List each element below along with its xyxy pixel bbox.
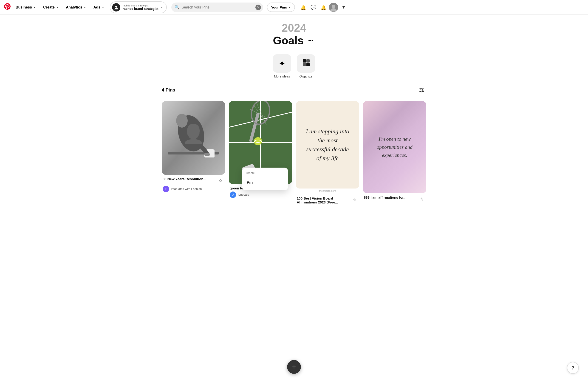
account-name-text: rachde brand strategist xyxy=(123,7,158,11)
quote-text-2: I'm open to new opportunities and experi… xyxy=(363,126,426,169)
quote-text-1: I am stepping into the most successful d… xyxy=(296,118,359,172)
board-title-row: Goals ••• xyxy=(162,34,426,47)
search-container: 🔍 ✕ xyxy=(171,2,263,12)
more-ideas-label: More ideas xyxy=(274,74,290,78)
svg-point-19 xyxy=(176,114,188,128)
pin-save-button-3[interactable]: ☆ xyxy=(351,196,358,204)
board-actions: ✦ More ideas Organize xyxy=(162,54,426,78)
account-avatar xyxy=(112,3,120,11)
svg-point-31 xyxy=(254,137,262,145)
pin-image-wrap-4: I'm open to new opportunities and experi… xyxy=(363,101,426,193)
pin-title-row-1: 30 New Years Resolution... ☆ xyxy=(163,177,224,184)
account-small-text: rachde brand strategist xyxy=(123,4,158,7)
pin-image-wrap-3: I am stepping into the most successful d… xyxy=(296,101,359,194)
pin-meta-1: 30 New Years Resolution... ☆ IF Infatuat… xyxy=(162,175,225,193)
svg-point-2 xyxy=(332,5,335,8)
board-year: 2024 xyxy=(162,22,426,34)
more-ideas-action[interactable]: ✦ More ideas xyxy=(273,54,291,78)
create-label: Create xyxy=(43,5,55,9)
pin-author-avatar-2: J xyxy=(230,191,236,198)
organize-label: Organize xyxy=(299,74,313,78)
your-pins-button[interactable]: Your Pins ▼ xyxy=(267,2,295,12)
notifications-bell-button[interactable]: 🔔 xyxy=(299,3,308,12)
pin-author-name-1: Infatuated with Fashion xyxy=(171,187,202,191)
search-icon: 🔍 xyxy=(175,5,180,10)
help-button[interactable]: ? xyxy=(567,362,579,374)
fab-plus-icon: + xyxy=(292,363,296,371)
pin-title-1: 30 New Years Resolution... xyxy=(163,177,217,181)
account-text: rachde brand strategist rachde brand str… xyxy=(123,4,158,11)
quote-source: thechiclife.com xyxy=(296,188,359,194)
analytics-label: Analytics xyxy=(66,5,82,9)
svg-rect-5 xyxy=(303,63,306,66)
pin-image-3: I am stepping into the most successful d… xyxy=(296,101,359,188)
fab-add-button[interactable]: + xyxy=(287,360,301,374)
svg-point-12 xyxy=(421,91,422,92)
svg-point-11 xyxy=(422,90,423,90)
pin-image-1 xyxy=(162,101,225,175)
create-menu-button[interactable]: Create ▼ xyxy=(41,3,61,11)
your-pins-label: Your Pins xyxy=(271,5,287,9)
nav-icons: 🔔 💬 🔔 ▼ xyxy=(299,3,348,12)
pin-author-avatar-1: IF xyxy=(163,186,169,192)
analytics-chevron-icon: ▼ xyxy=(84,6,86,9)
pin-card-1[interactable]: 30 New Years Resolution... ☆ IF Infatuat… xyxy=(162,101,225,193)
ads-chevron-icon: ▼ xyxy=(102,6,104,9)
svg-rect-4 xyxy=(306,59,310,63)
svg-point-20 xyxy=(204,153,210,156)
filter-icon xyxy=(419,88,424,93)
ads-label: Ads xyxy=(93,5,100,9)
organize-button[interactable] xyxy=(297,54,315,73)
pins-header: 4 Pins xyxy=(162,86,426,97)
svg-rect-14 xyxy=(162,101,225,175)
pinterest-logo[interactable] xyxy=(4,3,11,12)
pin-card-2[interactable]: green tennis aesthetic J jenesais Create… xyxy=(229,101,292,199)
pin-card-4[interactable]: I'm open to new opportunities and experi… xyxy=(363,101,426,204)
pin-author-2: J jenesais xyxy=(230,191,291,198)
profile-avatar[interactable] xyxy=(329,3,338,12)
business-label: Business xyxy=(16,5,32,9)
pin-author-name-2: jenesais xyxy=(238,193,249,196)
pin-meta-4: 888 I am affirmations for... ☆ xyxy=(363,193,426,204)
svg-rect-3 xyxy=(303,59,306,63)
board-menu-button[interactable]: ••• xyxy=(306,36,315,45)
board-title: Goals xyxy=(273,34,303,47)
business-chevron-icon: ▼ xyxy=(33,6,36,9)
ads-menu-button[interactable]: Ads ▼ xyxy=(91,3,107,11)
board-header: 2024 Goals ••• xyxy=(162,22,426,47)
search-input[interactable] xyxy=(171,2,263,12)
alerts-button[interactable]: 🔔 xyxy=(319,3,328,12)
your-pins-chevron-icon: ▼ xyxy=(288,6,291,9)
pin-title-row-4: 888 I am affirmations for... ☆ xyxy=(364,195,425,203)
more-ideas-button[interactable]: ✦ xyxy=(273,54,291,73)
context-menu: Create Pin xyxy=(242,168,288,190)
context-menu-pin-item[interactable]: Pin xyxy=(242,178,288,188)
navbar: Business ▼ Create ▼ Analytics ▼ Ads ▼ ra… xyxy=(0,0,588,15)
svg-rect-6 xyxy=(306,63,310,66)
organize-action[interactable]: Organize xyxy=(297,54,315,78)
sparkle-icon: ✦ xyxy=(279,59,285,68)
messages-button[interactable]: 💬 xyxy=(309,3,318,12)
organize-icon xyxy=(302,58,310,68)
pin-save-button-4[interactable]: ☆ xyxy=(418,195,425,203)
search-clear-button[interactable]: ✕ xyxy=(255,5,261,10)
pin-title-3: 100 Best Vision Board Affirmations 2023 … xyxy=(297,196,351,204)
svg-point-0 xyxy=(115,6,117,8)
account-chevron-icon: ▼ xyxy=(161,6,163,9)
context-menu-header: Create xyxy=(242,170,288,178)
business-menu-button[interactable]: Business ▼ xyxy=(13,3,39,11)
pins-grid: 30 New Years Resolution... ☆ IF Infatuat… xyxy=(162,101,426,205)
pin-card-3[interactable]: I am stepping into the most successful d… xyxy=(296,101,359,205)
pin-save-button-1[interactable]: ☆ xyxy=(217,177,224,184)
account-switcher[interactable]: rachde brand strategist rachde brand str… xyxy=(110,1,167,13)
profile-chevron-button[interactable]: ▼ xyxy=(339,3,348,12)
pin-title-row-3: 100 Best Vision Board Affirmations 2023 … xyxy=(297,196,358,204)
filter-button[interactable] xyxy=(417,86,426,95)
pin-image-wrap-1 xyxy=(162,101,225,175)
create-chevron-icon: ▼ xyxy=(56,6,59,9)
pins-count: 4 Pins xyxy=(162,87,175,93)
svg-point-10 xyxy=(420,88,421,89)
analytics-menu-button[interactable]: Analytics ▼ xyxy=(63,3,89,11)
pin-image-4: I'm open to new opportunities and experi… xyxy=(363,101,426,193)
page-content: 2024 Goals ••• ✦ More ideas xyxy=(156,15,432,205)
